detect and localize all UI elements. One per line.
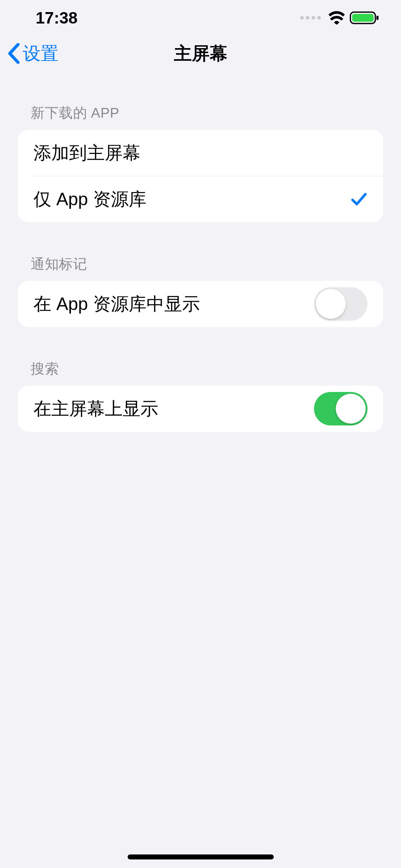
back-label: 设置: [23, 42, 58, 66]
group-badges: 在 App 资源库中显示: [18, 281, 383, 327]
home-indicator[interactable]: [128, 854, 274, 859]
page-title: 主屏幕: [174, 42, 227, 66]
status-time: 17:38: [36, 8, 78, 27]
option-label: 添加到主屏幕: [34, 141, 140, 165]
status-bar: 17:38: [0, 0, 401, 36]
group-search: 在主屏幕上显示: [18, 386, 383, 432]
wifi-icon: [329, 11, 345, 25]
content: 新下载的 APP 添加到主屏幕 仅 App 资源库 通知标记 在 App 资源库…: [0, 71, 401, 432]
row-show-in-app-library: 在 App 资源库中显示: [18, 281, 383, 327]
back-button[interactable]: 设置: [7, 42, 58, 66]
svg-rect-1: [352, 14, 374, 22]
option-app-library-only[interactable]: 仅 App 资源库: [18, 176, 383, 222]
chevron-left-icon: [7, 43, 21, 64]
battery-icon: [350, 11, 380, 25]
svg-rect-2: [376, 16, 379, 20]
option-label: 仅 App 资源库: [34, 187, 146, 211]
row-label: 在 App 资源库中显示: [34, 292, 200, 316]
switch-show-in-app-library[interactable]: [314, 287, 367, 321]
nav-bar: 设置 主屏幕: [0, 36, 401, 71]
option-add-to-home[interactable]: 添加到主屏幕: [18, 130, 383, 176]
group-new-apps: 添加到主屏幕 仅 App 资源库: [18, 130, 383, 222]
row-show-on-home: 在主屏幕上显示: [18, 386, 383, 432]
section-header-badges: 通知标记: [18, 222, 383, 281]
section-header-search: 搜索: [18, 327, 383, 386]
status-right: [300, 11, 380, 25]
switch-show-on-home[interactable]: [314, 392, 367, 425]
checkmark-icon: [350, 191, 367, 208]
section-header-new-apps: 新下载的 APP: [18, 71, 383, 130]
cellular-dots-icon: [300, 16, 321, 20]
row-label: 在主屏幕上显示: [34, 397, 158, 421]
